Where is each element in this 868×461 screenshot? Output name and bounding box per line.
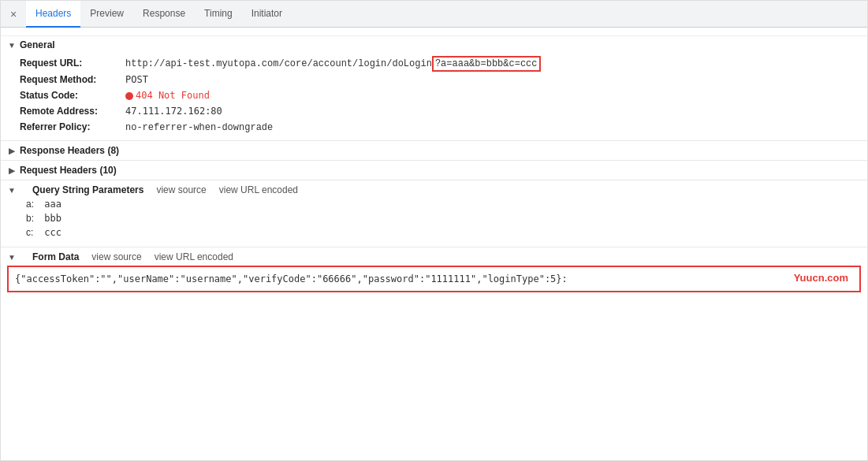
param-key-a: a: [26,199,42,210]
request-method-row: Request Method: POST [20,72,861,87]
param-key-c: c: [26,227,42,238]
remote-address-label: Remote Address: [20,106,122,117]
request-headers-section[interactable]: ▶ Request Headers (10) [1,160,867,180]
form-data-content-wrapper: {"accessToken":"","userName":"username",… [7,262,861,292]
tab-initiator[interactable]: Initiator [242,1,292,28]
request-method-label: Request Method: [20,74,122,85]
url-params-highlight: ?a=aaa&b=bbb&c=ccc [432,56,541,72]
form-data-section: ▼ Form Data view source view URL encoded… [1,247,867,296]
referrer-policy-label: Referrer Policy: [20,121,122,132]
status-code-label: Status Code: [20,90,122,101]
remote-address-value: 47.111.172.162:80 [125,106,222,117]
request-url-row: Request URL: http://api-test.myutopa.com… [20,55,861,72]
url-base: http://api-test.myutopa.com/core/account… [125,58,432,69]
tab-bar: × Headers Preview Response Timing Initia… [1,1,867,28]
request-headers-count: (10) [99,165,116,176]
tab-response[interactable]: Response [133,1,195,28]
status-code-value: 404 Not Found [125,90,210,101]
query-string-params-section: ▼ Query String Parameters view source vi… [1,180,867,247]
status-dot-icon [125,92,133,100]
request-url-label: Request URL: [20,58,122,69]
general-section: ▼ General Request URL: http://api-test.m… [1,35,867,139]
devtools-panel: × Headers Preview Response Timing Initia… [0,0,868,461]
tab-preview[interactable]: Preview [80,1,133,28]
referrer-policy-value: no-referrer-when-downgrade [125,122,273,133]
referrer-policy-row: Referrer Policy: no-referrer-when-downgr… [20,119,861,136]
general-title: General [20,39,55,50]
form-data-view-source-link[interactable]: view source [91,251,141,262]
qsp-view-source-link[interactable]: view source [156,184,206,195]
collapse-triangle-response-headers: ▶ [7,146,17,155]
remote-address-row: Remote Address: 47.111.172.162:80 [20,103,861,119]
tab-headers[interactable]: Headers [26,1,80,28]
request-url-value: http://api-test.myutopa.com/core/account… [125,58,541,69]
response-headers-count: (8) [107,145,119,156]
collapse-triangle-request-headers: ▶ [7,165,17,175]
general-section-header[interactable]: ▼ General [1,36,867,54]
param-row-c: c: ccc [26,225,855,240]
collapse-triangle-general: ▼ [7,40,17,50]
form-data-header-row: ▼ Form Data view source view URL encoded [7,251,861,262]
collapse-triangle-qsp: ▼ [7,185,17,195]
collapse-triangle-form-data: ▼ [7,252,17,262]
form-data-view-url-encoded-link[interactable]: view URL encoded [155,251,233,262]
qsp-title: Query String Parameters [32,184,143,195]
form-data-title: Form Data [32,251,79,262]
tab-timing[interactable]: Timing [195,1,242,28]
general-content: Request URL: http://api-test.myutopa.com… [1,54,867,139]
qsp-content: a: aaa b: bbb c: ccc [7,195,861,243]
content-area: ▼ General Request URL: http://api-test.m… [1,28,867,303]
param-value-c: ccc [44,227,61,238]
param-row-b: b: bbb [26,211,855,225]
form-data-content: {"accessToken":"","userName":"username",… [7,266,861,292]
param-value-a: aaa [44,199,61,210]
qsp-view-url-encoded-link[interactable]: view URL encoded [219,184,298,195]
response-headers-header[interactable]: ▶ Response Headers (8) [7,145,861,156]
param-value-b: bbb [44,213,61,224]
qsp-header-row: ▼ Query String Parameters view source vi… [7,184,861,195]
request-headers-title: Request Headers [20,165,97,176]
close-icon[interactable]: × [7,8,20,20]
watermark-text: Yuucn.com [794,272,848,284]
param-row-a: a: aaa [26,197,855,211]
request-headers-header[interactable]: ▶ Request Headers (10) [7,165,861,176]
response-headers-title: Response Headers [20,145,105,156]
param-key-b: b: [26,213,42,224]
response-headers-section[interactable]: ▶ Response Headers (8) [1,140,867,160]
status-code-row: Status Code: 404 Not Found [20,87,861,103]
request-method-value: POST [125,74,148,85]
